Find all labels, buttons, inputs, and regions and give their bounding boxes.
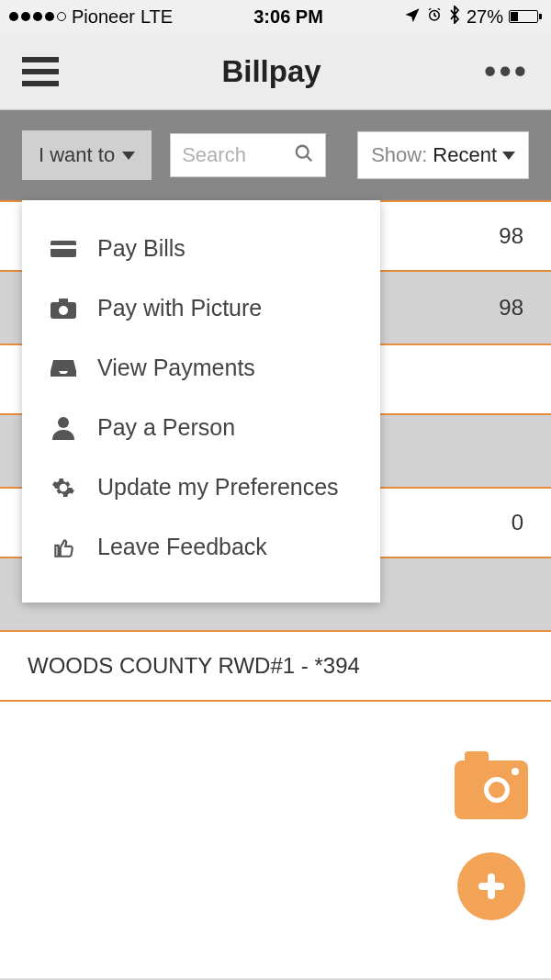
svg-point-8 [58, 417, 69, 428]
menu-icon[interactable] [22, 57, 59, 86]
more-options-icon[interactable]: ••• [484, 67, 529, 76]
menu-item-label: View Payments [97, 355, 255, 381]
chevron-down-icon [502, 152, 515, 160]
svg-line-2 [307, 156, 312, 162]
search-input[interactable] [182, 143, 287, 167]
camera-lens-icon [484, 777, 510, 803]
search-icon [294, 143, 314, 167]
location-icon [404, 6, 421, 28]
camera-flash-icon [512, 768, 519, 775]
chevron-down-icon [122, 152, 135, 160]
menu-item-label: Update my Preferences [97, 474, 339, 501]
svg-rect-10 [478, 883, 504, 890]
plus-icon [473, 868, 510, 905]
person-icon [50, 416, 77, 440]
credit-card-icon [50, 239, 77, 259]
menu-item-pay-picture[interactable]: Pay with Picture [22, 278, 380, 338]
thumbs-up-icon [50, 535, 77, 559]
show-label: Show: [371, 143, 427, 167]
show-filter-dropdown[interactable]: Show: Recent [357, 131, 529, 179]
row-text: WOODS COUNTY RWD#1 - *394 [28, 653, 360, 679]
list-row[interactable]: WOODS COUNTY RWD#1 - *394 [0, 630, 551, 702]
alarm-icon [426, 6, 443, 28]
menu-item-leave-feedback[interactable]: Leave Feedback [22, 517, 380, 577]
i-want-to-menu: Pay Bills Pay with Picture View Payments… [22, 200, 380, 603]
carrier-label: Pioneer [72, 6, 135, 28]
page-title: Billpay [221, 54, 320, 89]
row-text: 98 [499, 295, 523, 321]
battery-icon [509, 10, 542, 23]
status-left: Pioneer LTE [9, 6, 173, 28]
inbox-icon [50, 357, 77, 379]
menu-item-label: Pay a Person [97, 414, 235, 441]
fab-add[interactable] [457, 852, 525, 920]
nav-bar: Billpay ••• [0, 33, 551, 110]
clock-label: 3:06 PM [253, 6, 323, 28]
row-text: 98 [499, 223, 523, 249]
search-box[interactable] [170, 133, 326, 177]
status-right: 27% [404, 6, 542, 28]
menu-item-label: Pay Bills [97, 235, 186, 262]
svg-point-1 [297, 146, 309, 158]
i-want-to-dropdown[interactable]: I want to [22, 130, 152, 180]
camera-icon [50, 298, 77, 320]
menu-item-label: Pay with Picture [97, 295, 262, 321]
status-bar: Pioneer LTE 3:06 PM 27% [0, 0, 551, 33]
svg-point-7 [59, 306, 68, 315]
gear-icon [50, 476, 77, 500]
menu-item-update-prefs[interactable]: Update my Preferences [22, 457, 380, 517]
menu-item-view-payments[interactable]: View Payments [22, 338, 380, 398]
show-value: Recent [433, 143, 497, 167]
fab-pay-with-picture[interactable] [455, 760, 528, 819]
network-label: LTE [141, 6, 173, 28]
battery-pct-label: 27% [467, 6, 503, 28]
signal-strength-icon [9, 12, 66, 21]
menu-item-pay-bills[interactable]: Pay Bills [22, 219, 380, 278]
row-text: 0 [512, 510, 523, 535]
svg-rect-6 [59, 299, 68, 304]
bluetooth-icon [448, 6, 461, 28]
toolbar: I want to Show: Recent [0, 110, 551, 200]
svg-rect-4 [51, 245, 76, 249]
i-want-to-label: I want to [39, 143, 115, 167]
menu-item-pay-person[interactable]: Pay a Person [22, 398, 380, 457]
menu-item-label: Leave Feedback [97, 534, 267, 560]
